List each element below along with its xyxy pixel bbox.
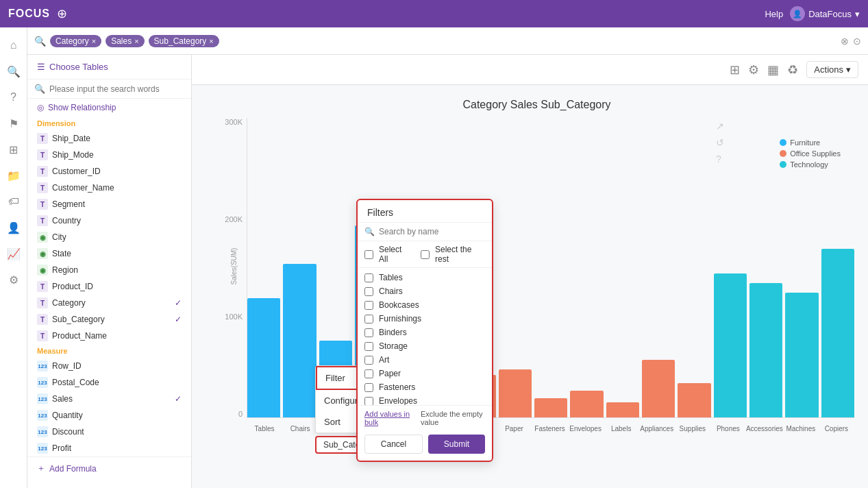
x-axis-label-value: Paper — [496, 425, 532, 432]
bar-group-envelopes[interactable] — [570, 391, 603, 417]
filter-search-input[interactable] — [379, 227, 485, 236]
settings-icon[interactable]: ⚙ — [748, 62, 759, 77]
col-item-product_name[interactable]: TProduct_Name — [27, 328, 191, 344]
bar-group-paper[interactable] — [499, 369, 532, 417]
remove-subcategory-filter[interactable]: × — [209, 37, 213, 45]
filter-item-envelopes[interactable]: Envelopes — [358, 394, 492, 405]
filter-checkbox-bookcases[interactable] — [364, 301, 373, 310]
search-clear-icon[interactable]: ⊗ — [841, 36, 849, 47]
bar-group-copiers[interactable] — [821, 249, 854, 417]
col-item-customer_name[interactable]: TCustomer_Name — [27, 180, 191, 196]
filter-checkbox-paper[interactable] — [364, 369, 373, 378]
filter-search-box[interactable]: 🔍 — [358, 223, 492, 241]
filter-chip-category[interactable]: Category × — [50, 35, 101, 47]
col-type-icon: 123 — [37, 377, 48, 388]
remove-category-filter[interactable]: × — [92, 37, 96, 45]
select-rest-checkbox[interactable] — [421, 250, 430, 259]
bar-group-fasteners[interactable] — [534, 398, 567, 417]
col-name-label: Sub_Category — [52, 315, 105, 324]
filter-cancel-button[interactable]: Cancel — [364, 435, 423, 454]
col-item-region[interactable]: ◉Region — [27, 262, 191, 278]
grid-icon[interactable]: ▦ — [767, 62, 779, 77]
sidebar-folder-icon[interactable]: 📁 — [3, 164, 25, 186]
sidebar-user-icon[interactable]: 👤 — [3, 217, 25, 239]
filter-item-art[interactable]: Art — [358, 353, 492, 367]
filter-item-binders[interactable]: Binders — [358, 326, 492, 339]
col-item-state[interactable]: ◉State — [27, 245, 191, 262]
sidebar-search-icon[interactable]: 🔍 — [3, 60, 25, 82]
bar-group-appliances[interactable] — [642, 360, 675, 417]
col-item-quantity[interactable]: 123Quantity — [27, 407, 191, 424]
filter-item-tables[interactable]: Tables — [358, 271, 492, 284]
filter-item-chairs[interactable]: Chairs — [358, 284, 492, 298]
col-type-icon: T — [37, 330, 48, 341]
sidebar-chart-icon[interactable]: 📈 — [3, 243, 25, 265]
select-rest-label[interactable]: Select the rest — [435, 245, 485, 264]
col-item-city[interactable]: ◉City — [27, 229, 191, 245]
col-item-profit[interactable]: 123Profit — [27, 440, 191, 456]
filter-checkbox-art[interactable] — [364, 356, 373, 365]
filter-item-fasteners[interactable]: Fasteners — [358, 380, 492, 394]
filter-checkbox-binders[interactable] — [364, 328, 373, 337]
filter-item-storage[interactable]: Storage — [358, 339, 492, 353]
bar-group-chairs[interactable] — [283, 264, 316, 417]
col-item-country[interactable]: TCountry — [27, 212, 191, 229]
select-all-checkbox[interactable] — [364, 250, 373, 259]
bar-group-phones[interactable] — [714, 273, 747, 417]
sidebar-tag-icon[interactable]: 🏷 — [3, 191, 25, 212]
table-view-icon[interactable]: ⊞ — [730, 62, 740, 77]
col-item-customer_id[interactable]: TCustomer_ID — [27, 163, 191, 180]
col-item-sub_category[interactable]: TSub_Category✓ — [27, 311, 191, 328]
select-all-label[interactable]: Select All — [379, 245, 411, 264]
bar-officesupplies — [499, 369, 532, 417]
bar-group-supplies[interactable] — [678, 383, 710, 417]
filter-checkbox-envelopes[interactable] — [364, 397, 373, 406]
bar-group-machines[interactable] — [785, 293, 818, 417]
bar-group-accessories[interactable] — [749, 283, 782, 417]
filter-item-furnishings[interactable]: Furnishings — [358, 312, 492, 326]
user-menu[interactable]: 👤 DataFocus ▾ — [790, 6, 860, 21]
filter-chip-subcategory[interactable]: Sub_Category × — [149, 35, 219, 47]
filter-checkbox-storage[interactable] — [364, 342, 373, 351]
search-submit-icon[interactable]: ⊙ — [853, 36, 861, 47]
col-item-product_id[interactable]: TProduct_ID — [27, 278, 191, 295]
sidebar-home-icon[interactable]: ⌂ — [3, 34, 25, 56]
add-values-label[interactable]: Add values in bulk — [364, 410, 412, 426]
filter-item-label: Storage — [379, 341, 408, 351]
filter-submit-button[interactable]: Submit — [428, 435, 485, 454]
filter-checkbox-chairs[interactable] — [364, 287, 373, 296]
col-item-segment[interactable]: TSegment — [27, 196, 191, 212]
remove-sales-filter[interactable]: × — [134, 37, 138, 45]
col-item-ship_date[interactable]: TShip_Date — [27, 130, 191, 147]
bar-group-labels[interactable] — [606, 402, 639, 417]
column-search[interactable]: 🔍 — [27, 80, 191, 99]
filter-item-label: Art — [379, 355, 389, 365]
col-name-label: Sales — [52, 394, 73, 404]
filter-chip-sales[interactable]: Sales × — [106, 35, 144, 47]
col-item-postal_code[interactable]: 123Postal_Code — [27, 374, 191, 391]
sidebar-flag-icon[interactable]: ⚑ — [3, 112, 25, 134]
filter-item-bookcases[interactable]: Bookcases — [358, 298, 492, 312]
col-type-icon: T — [37, 297, 48, 308]
help-link[interactable]: Help — [765, 9, 783, 19]
sidebar-grid-icon[interactable]: ⊞ — [3, 138, 25, 160]
sidebar-settings-icon[interactable]: ⚙ — [3, 269, 25, 291]
col-item-discount[interactable]: 123Discount — [27, 424, 191, 440]
choose-tables-button[interactable]: ☰ Choose Tables — [27, 55, 191, 80]
col-item-sales[interactable]: 123Sales✓ — [27, 391, 191, 407]
filter-checkbox-tables[interactable] — [364, 273, 373, 282]
filter-checkbox-fasteners[interactable] — [364, 383, 373, 392]
col-item-row_id[interactable]: 123Row_ID — [27, 358, 191, 374]
filter-checkbox-furnishings[interactable] — [364, 315, 373, 324]
filter-item-paper[interactable]: Paper — [358, 367, 492, 380]
col-item-ship_mode[interactable]: TShip_Mode — [27, 147, 191, 163]
actions-button[interactable]: Actions ▾ — [806, 61, 858, 78]
column-search-input[interactable] — [49, 84, 184, 94]
sidebar-question-icon[interactable]: ? — [3, 86, 25, 108]
col-item-category[interactable]: TCategory✓ — [27, 295, 191, 311]
add-tab-icon[interactable]: ⊕ — [57, 6, 67, 21]
add-formula-button[interactable]: ＋ Add Formula — [27, 456, 191, 480]
bar-group-tables[interactable] — [247, 298, 280, 417]
analytics-icon[interactable]: ♻ — [787, 62, 798, 77]
show-relationship-toggle[interactable]: ◎ Show Relationship — [27, 99, 191, 117]
